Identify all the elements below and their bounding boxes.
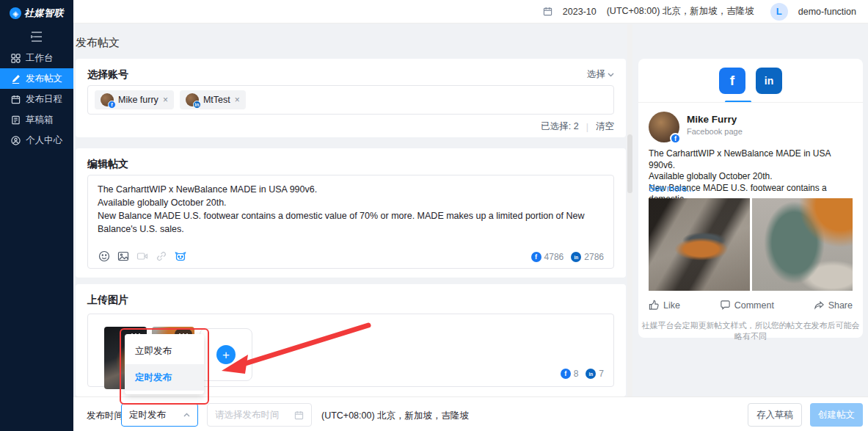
divider bbox=[638, 102, 863, 103]
char-count-row: f 4786 in 2786 bbox=[531, 252, 604, 262]
chevron-up-icon bbox=[183, 413, 190, 417]
app-logo-text: 社媒智联 bbox=[24, 7, 64, 20]
create-post-button[interactable]: 创建帖文 bbox=[810, 403, 863, 427]
linkedin-image-count: in 7 bbox=[586, 369, 604, 379]
see-more-link[interactable]: See more... bbox=[649, 184, 694, 194]
thumbs-up-icon bbox=[649, 300, 660, 311]
publish-datetime-input[interactable] bbox=[215, 410, 292, 420]
sidebar: ◈ 社媒智联 工作台 发布帖文 bbox=[0, 0, 73, 431]
select-label: 选择 bbox=[587, 68, 605, 81]
account-avatar: f bbox=[101, 93, 114, 106]
footer-timezone: (UTC+08:00) 北京，新加坡，吉隆坡 bbox=[321, 410, 469, 422]
account-select-dropdown[interactable]: 选择 bbox=[587, 68, 614, 81]
calendar-icon bbox=[543, 7, 552, 16]
account-chip: in MtTest × bbox=[180, 90, 246, 109]
linkedin-icon: in bbox=[571, 252, 581, 262]
linkedin-icon: in bbox=[765, 75, 773, 87]
selected-accounts-box: f Mike furry × in MtTest × bbox=[87, 85, 614, 115]
preview-avatar: f bbox=[649, 112, 679, 142]
publish-mode-select[interactable]: 定时发布 bbox=[121, 403, 198, 427]
plus-icon: + bbox=[216, 345, 236, 364]
publish-time-label: 发布时间 bbox=[87, 410, 123, 422]
chevron-down-icon bbox=[608, 73, 614, 77]
emoji-icon[interactable] bbox=[98, 250, 110, 262]
tab-facebook[interactable]: f bbox=[719, 68, 745, 94]
preview-photos bbox=[649, 198, 853, 291]
preview-action-row: Like Comment Share bbox=[649, 300, 853, 311]
share-label: Share bbox=[828, 300, 853, 311]
account-avatar: in bbox=[186, 93, 199, 106]
preview-account-type: Facebook page bbox=[687, 127, 743, 136]
dropdown-item-publish-now[interactable]: 立即发布 bbox=[125, 338, 204, 364]
publish-datetime-field[interactable] bbox=[207, 403, 312, 427]
preview-account-name: Mike Furry bbox=[687, 114, 737, 125]
app-logo-icon: ◈ bbox=[10, 7, 21, 19]
ai-robot-icon[interactable] bbox=[174, 250, 186, 262]
comment-button[interactable]: Comment bbox=[720, 300, 774, 311]
page-title: 发布帖文 bbox=[76, 36, 120, 50]
video-icon bbox=[136, 250, 148, 262]
divider: | bbox=[586, 122, 588, 132]
app-root: ◈ 社媒智联 工作台 发布帖文 bbox=[0, 0, 868, 431]
header-username[interactable]: demo-function bbox=[798, 7, 856, 17]
preview-photo-person bbox=[752, 198, 853, 291]
edit-post-card: 编辑帖文 The CarharttWIP x NewBalance MADE i… bbox=[76, 148, 626, 278]
share-icon bbox=[814, 300, 825, 311]
add-image-button[interactable]: + bbox=[200, 328, 252, 381]
calendar-icon bbox=[10, 94, 21, 104]
image-icon[interactable] bbox=[117, 250, 129, 262]
share-button[interactable]: Share bbox=[814, 300, 853, 311]
sidebar-collapse-icon[interactable] bbox=[29, 30, 44, 43]
footer-bar: 发布时间 定时发布 (UTC+08:00) 北京，新加坡，吉隆坡 存入草稿 创建… bbox=[73, 396, 868, 431]
post-editor[interactable]: The CarharttWIP x NewBalance MADE in USA… bbox=[87, 175, 614, 269]
facebook-char-count: f 4786 bbox=[531, 252, 564, 262]
publish-mode-dropdown: 立即发布 定时发布 bbox=[125, 334, 204, 394]
linkedin-badge-icon: in bbox=[193, 101, 201, 109]
selected-count: 已选择: 2 bbox=[541, 120, 578, 133]
facebook-badge-icon: f bbox=[108, 101, 116, 109]
sidebar-item-label: 草稿箱 bbox=[26, 114, 54, 126]
sidebar-item-publish-post[interactable]: 发布帖文 bbox=[0, 68, 73, 89]
sidebar-item-drafts[interactable]: 草稿箱 bbox=[0, 109, 73, 130]
draft-icon bbox=[10, 115, 21, 125]
facebook-count-value: 4786 bbox=[544, 252, 564, 262]
scrollbar-thumb[interactable] bbox=[627, 134, 632, 193]
linkedin-count-value: 2786 bbox=[584, 252, 604, 262]
card-title: 编辑帖文 bbox=[87, 158, 614, 171]
sidebar-item-profile[interactable]: 个人中心 bbox=[0, 130, 73, 151]
app-logo: ◈ 社媒智联 bbox=[0, 0, 73, 20]
publish-mode-value: 定时发布 bbox=[129, 409, 166, 421]
linkedin-count-value: 7 bbox=[599, 369, 604, 379]
comment-icon bbox=[720, 300, 731, 311]
facebook-image-count: f 8 bbox=[561, 369, 579, 379]
sidebar-item-label: 发布帖文 bbox=[26, 73, 62, 85]
linkedin-icon: in bbox=[586, 369, 596, 379]
preview-platform-tabs: f in bbox=[638, 68, 863, 94]
preview-post-text: The CarharttWIP x NewBalance MADE in USA… bbox=[649, 148, 856, 206]
facebook-icon: f bbox=[561, 369, 571, 379]
close-icon[interactable]: × bbox=[163, 95, 168, 105]
sidebar-item-workbench[interactable]: 工作台 bbox=[0, 48, 73, 68]
account-chip-name: Mike furry bbox=[118, 95, 158, 105]
main-scrollbar[interactable] bbox=[627, 24, 632, 396]
dropdown-item-scheduled[interactable]: 定时发布 bbox=[125, 364, 204, 391]
tab-linkedin[interactable]: in bbox=[756, 68, 782, 94]
close-icon[interactable]: × bbox=[235, 95, 240, 105]
header-date[interactable]: 2023-10 bbox=[563, 7, 597, 17]
topbar: 2023-10 (UTC+08:00) 北京，新加坡，吉隆坡 L demo-fu… bbox=[73, 0, 868, 23]
like-button[interactable]: Like bbox=[649, 300, 680, 311]
facebook-badge-icon: f bbox=[670, 133, 681, 144]
save-draft-button[interactable]: 存入草稿 bbox=[748, 403, 802, 427]
facebook-count-value: 8 bbox=[574, 369, 579, 379]
select-accounts-card: 选择账号 选择 f Mike furry × in MtTest × 已选择: … bbox=[76, 59, 626, 137]
avatar[interactable]: L bbox=[770, 3, 788, 21]
clear-selection-button[interactable]: 清空 bbox=[596, 120, 614, 133]
link-icon bbox=[155, 250, 167, 262]
selection-summary: 已选择: 2 | 清空 bbox=[541, 120, 614, 133]
facebook-icon: f bbox=[531, 252, 541, 262]
sidebar-item-schedule[interactable]: 发布日程 bbox=[0, 89, 73, 109]
sidebar-nav: 工作台 发布帖文 发布日程 草稿箱 bbox=[0, 48, 73, 151]
facebook-icon: f bbox=[730, 73, 734, 89]
calendar-icon bbox=[294, 410, 304, 420]
post-editor-text[interactable]: The CarharttWIP x NewBalance MADE in USA… bbox=[98, 183, 604, 236]
